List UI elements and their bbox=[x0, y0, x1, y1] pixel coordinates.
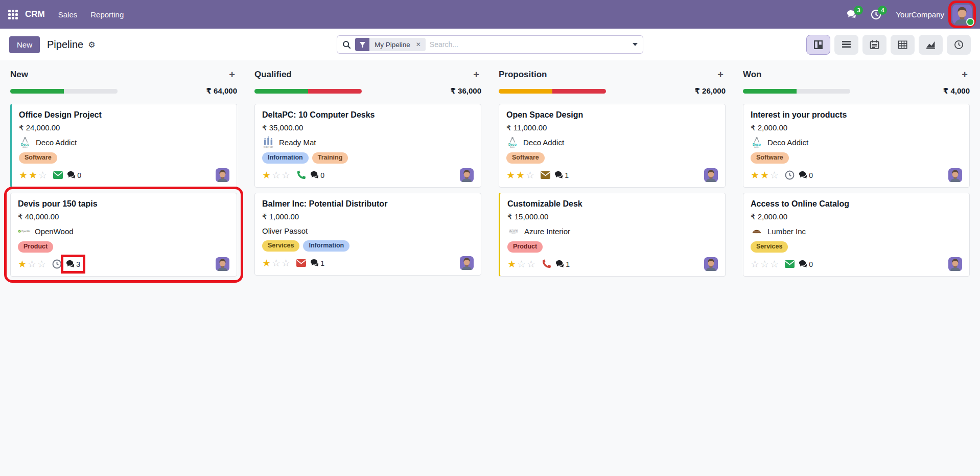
star-empty-icon[interactable]: ☆ bbox=[527, 259, 535, 269]
message-counter[interactable]: 1 bbox=[554, 171, 569, 179]
stage-name: Qualified bbox=[254, 70, 292, 80]
menu-reporting[interactable]: Reporting bbox=[90, 10, 124, 19]
message-counter[interactable]: 0 bbox=[799, 171, 813, 179]
messages-icon[interactable]: 3 bbox=[847, 9, 857, 20]
kanban-card[interactable]: Devis pour 150 tapis₹ 40,000.00OpenWoodO… bbox=[10, 193, 237, 277]
star-empty-icon[interactable]: ☆ bbox=[526, 170, 534, 180]
message-counter[interactable]: 0 bbox=[67, 171, 81, 179]
add-lead-button[interactable]: + bbox=[471, 70, 481, 80]
salesperson-avatar[interactable] bbox=[460, 168, 474, 182]
stage-progressbar[interactable] bbox=[10, 89, 118, 94]
star-empty-icon[interactable]: ☆ bbox=[770, 259, 779, 269]
kanban-card[interactable]: Balmer Inc: Potential Distributor₹ 1,000… bbox=[254, 193, 481, 276]
stage-progressbar[interactable] bbox=[499, 89, 606, 94]
activity-mail-icon[interactable] bbox=[541, 170, 550, 180]
activities-icon[interactable]: 4 bbox=[871, 9, 881, 20]
deco-logo: DecoAddict bbox=[751, 136, 763, 148]
activity-clock-icon[interactable] bbox=[785, 170, 795, 180]
activity-phone-icon[interactable] bbox=[542, 259, 551, 269]
readymat-logo: READY MAT bbox=[262, 136, 274, 148]
star-filled-icon[interactable]: ★ bbox=[19, 170, 28, 180]
kanban-column-new: New+₹ 64,000Office Design Project₹ 24,00… bbox=[10, 70, 237, 282]
star-filled-icon[interactable]: ★ bbox=[760, 170, 769, 180]
add-lead-button[interactable]: + bbox=[715, 70, 726, 80]
app-name[interactable]: CRM bbox=[25, 9, 45, 19]
settings-gear-icon[interactable]: ⚙ bbox=[88, 40, 95, 50]
search-facet-my-pipeline[interactable]: My Pipeline ✕ bbox=[355, 38, 426, 51]
view-list-button[interactable] bbox=[834, 35, 858, 55]
online-status-dot bbox=[966, 18, 974, 26]
apps-menu-icon[interactable] bbox=[8, 10, 18, 19]
star-filled-icon[interactable]: ★ bbox=[18, 259, 27, 269]
menu-sales[interactable]: Sales bbox=[58, 10, 78, 19]
message-counter[interactable]: 0 bbox=[799, 260, 813, 268]
kanban-board: New+₹ 64,000Office Design Project₹ 24,00… bbox=[0, 60, 980, 476]
star-filled-icon[interactable]: ★ bbox=[506, 170, 515, 180]
tag-pill: Services bbox=[262, 240, 299, 252]
activity-mail-icon[interactable] bbox=[296, 258, 306, 268]
salesperson-avatar[interactable] bbox=[704, 257, 718, 271]
message-counter[interactable]: 0 bbox=[310, 171, 324, 179]
activity-mail-icon[interactable] bbox=[53, 170, 63, 180]
star-empty-icon[interactable]: ☆ bbox=[28, 259, 36, 269]
star-filled-icon[interactable]: ★ bbox=[751, 170, 759, 180]
star-empty-icon[interactable]: ☆ bbox=[751, 259, 759, 269]
star-empty-icon[interactable]: ☆ bbox=[282, 258, 290, 268]
kanban-card[interactable]: DeltaPC: 10 Computer Desks₹ 35,000.00REA… bbox=[254, 104, 481, 188]
salesperson-avatar[interactable] bbox=[948, 168, 962, 182]
star-empty-icon[interactable]: ☆ bbox=[272, 170, 281, 180]
view-activity-button[interactable] bbox=[947, 35, 971, 55]
star-empty-icon[interactable]: ☆ bbox=[282, 170, 290, 180]
search-dropdown-caret[interactable] bbox=[633, 43, 638, 46]
message-counter[interactable]: 1 bbox=[310, 259, 324, 267]
search-bar[interactable]: My Pipeline ✕ bbox=[337, 35, 643, 54]
new-button[interactable]: New bbox=[9, 36, 40, 53]
star-filled-icon[interactable]: ★ bbox=[262, 170, 271, 180]
kanban-card[interactable]: Access to Online Catalog₹ 2,000.00LUMBER… bbox=[743, 193, 970, 277]
message-counter[interactable]: 3 bbox=[66, 260, 80, 268]
view-calendar-button[interactable] bbox=[862, 35, 886, 55]
star-filled-icon[interactable]: ★ bbox=[29, 170, 37, 180]
add-lead-button[interactable]: + bbox=[227, 70, 237, 80]
star-empty-icon[interactable]: ☆ bbox=[517, 259, 526, 269]
activity-mail-icon[interactable] bbox=[785, 259, 795, 269]
message-count: 1 bbox=[565, 171, 569, 179]
salesperson-avatar[interactable] bbox=[216, 257, 229, 271]
activity-clock-icon[interactable] bbox=[52, 259, 62, 269]
tag-pill: Software bbox=[506, 152, 545, 164]
view-kanban-button[interactable] bbox=[806, 35, 830, 55]
company-name[interactable]: YourCompany bbox=[896, 10, 944, 19]
salesperson-avatar[interactable] bbox=[704, 168, 718, 182]
stage-name: Proposition bbox=[499, 70, 547, 80]
view-graph-button[interactable] bbox=[919, 35, 943, 55]
star-filled-icon[interactable]: ★ bbox=[507, 259, 516, 269]
user-avatar[interactable] bbox=[952, 5, 972, 24]
star-empty-icon[interactable]: ☆ bbox=[37, 259, 46, 269]
star-empty-icon[interactable]: ☆ bbox=[760, 259, 769, 269]
add-lead-button[interactable]: + bbox=[960, 70, 970, 80]
star-filled-icon[interactable]: ★ bbox=[262, 258, 271, 268]
kanban-card[interactable]: Open Space Design₹ 11,000.00DecoAddictDe… bbox=[499, 104, 726, 188]
star-empty-icon[interactable]: ☆ bbox=[38, 170, 47, 180]
svg-text:READY MAT: READY MAT bbox=[264, 146, 273, 148]
star-empty-icon[interactable]: ☆ bbox=[770, 170, 779, 180]
azure-logo: azure— interior — bbox=[507, 225, 520, 237]
star-filled-icon[interactable]: ★ bbox=[516, 170, 525, 180]
chat-bubble-icon bbox=[554, 171, 564, 179]
salesperson-avatar[interactable] bbox=[216, 168, 229, 182]
kanban-card[interactable]: Interest in your products₹ 2,000.00DecoA… bbox=[743, 104, 970, 188]
kanban-card[interactable]: Customizable Desk₹ 15,000.00azure— inter… bbox=[499, 193, 726, 277]
star-empty-icon[interactable]: ☆ bbox=[272, 258, 281, 268]
kanban-card[interactable]: Office Design Project₹ 24,000.00DecoAddi… bbox=[10, 104, 237, 188]
stage-progressbar[interactable] bbox=[254, 89, 362, 94]
salesperson-avatar[interactable] bbox=[460, 256, 474, 270]
expected-revenue: ₹ 2,000.00 bbox=[751, 212, 962, 221]
facet-remove-icon[interactable]: ✕ bbox=[415, 38, 426, 51]
activity-phone-icon[interactable] bbox=[296, 170, 306, 180]
stage-progressbar[interactable] bbox=[743, 89, 850, 94]
search-input[interactable] bbox=[426, 40, 629, 49]
salesperson-avatar[interactable] bbox=[948, 257, 962, 271]
lead-title: DeltaPC: 10 Computer Desks bbox=[262, 110, 474, 120]
message-counter[interactable]: 1 bbox=[555, 260, 570, 268]
view-pivot-button[interactable] bbox=[891, 35, 915, 55]
